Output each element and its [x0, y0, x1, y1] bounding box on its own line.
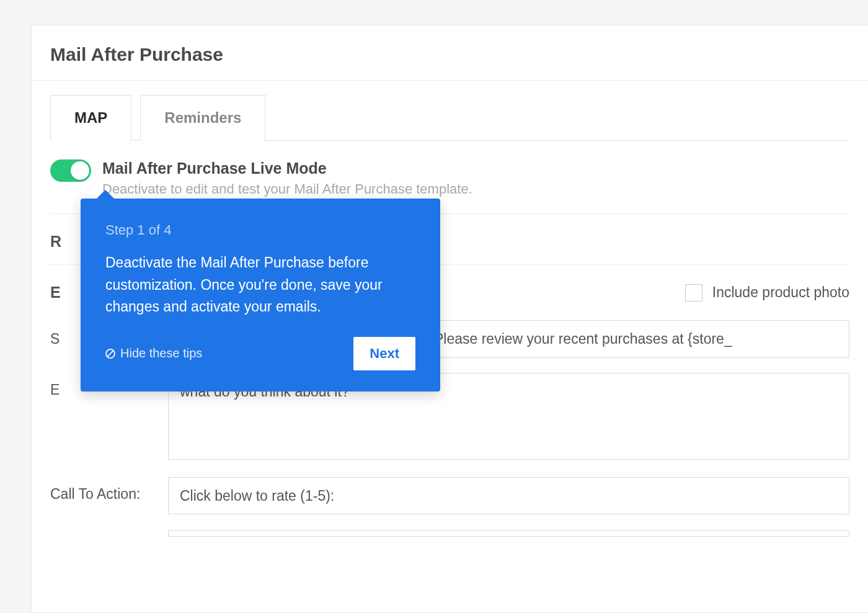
subject-label-start: S — [50, 331, 60, 347]
cta-input[interactable] — [168, 477, 849, 514]
hide-tips-label: Hide these tips — [120, 346, 202, 360]
popover-footer: Hide these tips Next — [105, 337, 415, 370]
cta-label: Call To Action: — [50, 477, 168, 503]
live-mode-subtitle: Deactivate to edit and test your Mail Af… — [102, 181, 472, 197]
email-section-label: E — [50, 284, 61, 302]
subject-input[interactable] — [422, 320, 849, 358]
tab-reminders[interactable]: Reminders — [140, 95, 265, 141]
page-title: Mail After Purchase — [32, 25, 868, 81]
extra-row — [50, 529, 849, 540]
tabs: MAP Reminders — [50, 94, 849, 141]
onboarding-popover: Step 1 of 4 Deactivate the Mail After Pu… — [81, 199, 440, 392]
tab-map[interactable]: MAP — [50, 95, 131, 141]
live-mode-title: Mail After Purchase Live Mode — [102, 159, 472, 177]
include-product-photo-wrap: Include product photo — [685, 284, 849, 302]
live-mode-toggle[interactable] — [50, 159, 91, 182]
next-button[interactable]: Next — [353, 337, 415, 370]
include-product-photo-label: Include product photo — [712, 284, 849, 301]
toggle-knob — [71, 161, 89, 180]
cta-row: Call To Action: — [50, 477, 849, 514]
live-mode-text: Mail After Purchase Live Mode Deactivate… — [102, 159, 472, 197]
popover-body: Deactivate the Mail After Purchase befor… — [105, 252, 415, 318]
extra-input[interactable] — [168, 530, 849, 537]
include-product-photo-checkbox[interactable] — [685, 284, 702, 302]
ban-icon — [105, 349, 115, 359]
hide-tips-link[interactable]: Hide these tips — [105, 346, 202, 360]
popover-step: Step 1 of 4 — [105, 222, 415, 238]
